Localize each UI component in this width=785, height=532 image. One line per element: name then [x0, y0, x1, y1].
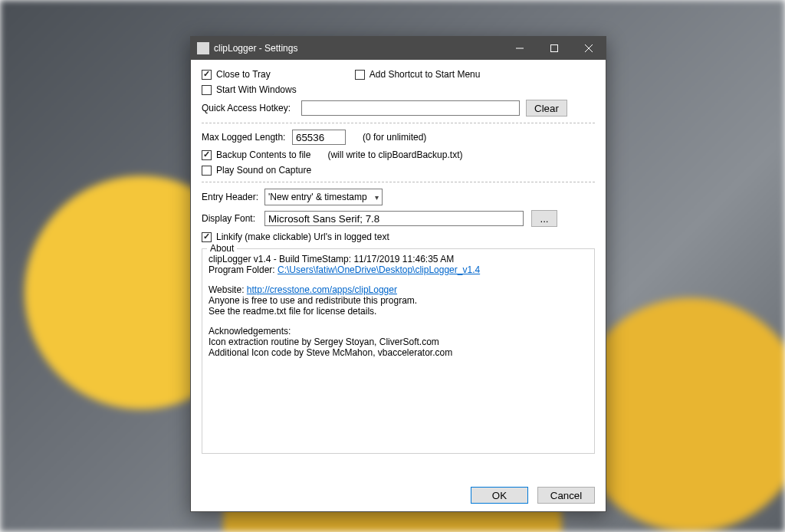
window-title: clipLogger - Settings [214, 43, 297, 54]
entry-header-select[interactable]: 'New entry' & timestamp ▾ [264, 189, 383, 205]
checkbox-icon [355, 70, 365, 80]
backup-contents-label: Backup Contents to file [216, 149, 310, 160]
maximize-icon [550, 44, 558, 52]
hotkey-input[interactable] [301, 100, 520, 116]
start-with-windows-label: Start With Windows [216, 84, 297, 95]
start-with-windows-checkbox[interactable]: Start With Windows [202, 84, 297, 95]
checkbox-icon [202, 166, 212, 176]
max-logged-length-label: Max Logged Length: [202, 132, 292, 143]
close-icon [585, 44, 593, 52]
minimize-icon [516, 44, 524, 52]
dialog-footer: OK Cancel [471, 487, 595, 504]
linkify-checkbox[interactable]: Linkify (make clickable) Url's in logged… [202, 232, 389, 242]
entry-header-label: Entry Header: [202, 192, 264, 202]
titlebar[interactable]: clipLogger - Settings [191, 37, 606, 60]
ack-line-1: Icon extraction routine by Sergey Stoyan… [209, 337, 588, 347]
about-redistribute: Anyone is free to use and redistribute t… [209, 295, 588, 306]
close-to-tray-checkbox[interactable]: Close to Tray [202, 69, 271, 80]
backup-contents-checkbox[interactable]: Backup Contents to file [202, 149, 310, 160]
max-logged-length-hint: (0 for unlimited) [363, 132, 426, 143]
linkify-label: Linkify (make clickable) Url's in logged… [216, 232, 389, 242]
clear-hotkey-button[interactable]: Clear [526, 100, 567, 117]
cancel-button[interactable]: Cancel [537, 487, 595, 504]
divider [202, 123, 595, 123]
backup-hint: (will write to clipBoardBackup.txt) [327, 149, 462, 160]
display-font-input[interactable] [264, 211, 524, 226]
checkbox-icon [202, 150, 212, 160]
maximize-button[interactable] [537, 37, 571, 60]
svg-rect-1 [550, 45, 557, 52]
display-font-label: Display Font: [202, 213, 264, 224]
checkbox-icon [202, 232, 212, 242]
close-button[interactable] [571, 37, 606, 60]
about-legend: About [207, 243, 237, 254]
max-logged-length-input[interactable] [292, 130, 346, 145]
about-build: clipLogger v1.4 - Build TimeStamp: 11/17… [209, 254, 588, 264]
play-sound-label: Play Sound on Capture [216, 165, 311, 176]
program-folder-link[interactable]: C:\Users\fatiw\OneDrive\Desktop\clipLogg… [278, 264, 480, 275]
entry-header-value: 'New entry' & timestamp [268, 192, 367, 202]
add-shortcut-label: Add Shortcut to Start Menu [370, 69, 481, 80]
ack-heading: Acknowledgements: [209, 326, 588, 337]
add-shortcut-checkbox[interactable]: Add Shortcut to Start Menu [355, 69, 481, 80]
settings-window: clipLogger - Settings Close to Tray Add … [190, 36, 606, 512]
app-icon [197, 42, 209, 54]
about-readme: See the readme.txt file for license deta… [209, 306, 588, 317]
hotkey-label: Quick Access Hotkey: [202, 103, 301, 113]
ok-button[interactable]: OK [471, 487, 528, 504]
chevron-down-icon: ▾ [375, 193, 379, 202]
website-link[interactable]: http://cresstone.com/apps/clipLogger [247, 284, 397, 295]
ack-line-2: Additional Icon code by Steve McMahon, v… [209, 347, 588, 358]
program-folder-label: Program Folder: [209, 264, 278, 275]
checkbox-icon [202, 85, 212, 95]
divider [202, 182, 595, 182]
settings-body: Close to Tray Add Shortcut to Start Menu… [191, 60, 606, 511]
minimize-button[interactable] [502, 37, 537, 60]
play-sound-checkbox[interactable]: Play Sound on Capture [202, 165, 311, 176]
browse-font-button[interactable]: ... [531, 210, 557, 227]
website-label: Website: [209, 284, 247, 295]
checkbox-icon [202, 70, 212, 80]
close-to-tray-label: Close to Tray [216, 69, 271, 80]
about-groupbox: About clipLogger v1.4 - Build TimeStamp:… [202, 248, 595, 454]
